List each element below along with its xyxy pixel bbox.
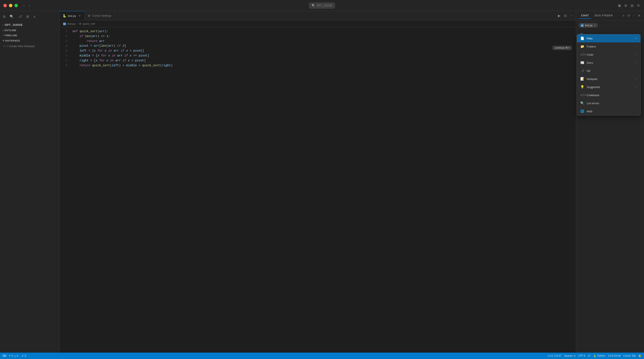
arrow-icon: → xyxy=(634,37,637,40)
remote-icon[interactable]: ⌨ xyxy=(2,354,6,357)
cursor-position[interactable]: Ln 8, Col 57 xyxy=(548,354,562,357)
python-version[interactable]: 3.9.6 64-bit xyxy=(608,354,620,357)
ctx-files[interactable]: 📄 Files → xyxy=(577,34,640,43)
errors-count: 0 xyxy=(12,354,13,357)
encoding-status[interactable]: UTF-8 xyxy=(578,354,585,357)
sidebar-item-notepads[interactable]: ∨ NOTEPADS xyxy=(0,38,60,43)
maximize-button[interactable] xyxy=(14,4,18,7)
ctx-lint-errors[interactable]: 🔍 Lint errors xyxy=(577,99,640,107)
source-control-icon: ⎇ xyxy=(21,354,24,357)
minimize-button[interactable] xyxy=(9,4,12,7)
settings-icon[interactable]: ⚙ xyxy=(636,3,640,8)
chevron-down-icon[interactable]: ∨ xyxy=(32,14,37,20)
history-icon[interactable]: ↺ xyxy=(626,13,631,19)
bell-icon: 🔔 xyxy=(638,354,642,357)
code-line-5: 5 left = [x for x in arr if x < pivot] xyxy=(60,48,576,53)
more-actions-icon[interactable]: ··· xyxy=(569,13,574,19)
title-search[interactable]: 🔍 GPT_JUDGE xyxy=(309,3,335,9)
search-icon: 🔍 xyxy=(312,4,315,7)
line-ending-status[interactable]: LF xyxy=(588,354,591,357)
ctx-web[interactable]: 🌐 Web xyxy=(577,107,640,115)
code-line-3: 3 return arr xyxy=(60,39,576,44)
ctx-codebase[interactable]: </> Codebase xyxy=(577,91,640,99)
cursor-tab-status[interactable]: Cursor Tab xyxy=(623,354,636,357)
bell-status[interactable]: 🔔 xyxy=(638,354,642,357)
add-chat-icon[interactable]: + xyxy=(622,13,625,19)
tab-bar: 🐍 test.py ✕ ⚙ Cursor Settings ▶ ⊟ ··· xyxy=(60,11,576,21)
search-icon[interactable]: 🔍 xyxy=(8,14,15,20)
status-left: ⌨ ✕ 0 △ 0 ⎇ 0 xyxy=(2,354,26,357)
ctx-suggested-label: Suggested xyxy=(587,86,600,89)
spaces-status[interactable]: Spaces: 4 xyxy=(564,354,576,357)
sidebar-item-outline[interactable]: › OUTLINE xyxy=(0,28,60,33)
ctx-code[interactable]: </> Code → xyxy=(577,51,640,59)
forward-button[interactable]: › xyxy=(28,3,31,8)
more-options-icon[interactable]: ··· xyxy=(632,13,636,19)
ctx-notepad[interactable]: 📝 Notepad → xyxy=(577,75,640,83)
arrow-icon: → xyxy=(634,45,637,48)
breadcrumb: py test.py › ⊕ quick_sort xyxy=(60,21,576,27)
context-dropdown: 📄 Files → 📁 Folders → </> Code → 📰 Docs … xyxy=(577,34,640,116)
notepad-icon: 📝 xyxy=(580,77,584,81)
ctx-web-label: Web xyxy=(587,110,592,113)
code-line-4: 4 pivot = arr[len(arr) // 2] xyxy=(60,44,576,48)
sidebar-item-timeline[interactable]: › TIMELINE xyxy=(0,33,60,38)
ctx-git-label: Git xyxy=(587,69,590,73)
ctx-files-label: Files xyxy=(587,37,592,40)
close-panel-icon[interactable]: ✕ xyxy=(637,13,642,19)
git-icon: ⎇ xyxy=(580,69,584,73)
title-bar: ‹ › 🔍 GPT_JUDGE ▣ ⊞ ▤ ⚙ xyxy=(0,0,644,11)
back-button[interactable]: ‹ xyxy=(22,3,26,8)
create-notepad-label: + Create New Notepad xyxy=(6,45,35,48)
title-bar-right: ▣ ⊞ ▤ ⚙ xyxy=(617,3,640,8)
code-icon: </> xyxy=(580,53,584,57)
cursor-position-text: Ln 8, Col 57 xyxy=(548,354,562,357)
close-button[interactable] xyxy=(4,4,7,7)
ctx-folders[interactable]: 📁 Folders → xyxy=(577,43,640,51)
panel-tabs: CHAT BUG FINDER + ↺ ··· ✕ xyxy=(576,11,644,21)
language-status[interactable]: 🐍 Python xyxy=(593,354,605,357)
chat-tab-label: CHAT xyxy=(581,14,589,17)
code-line-8: 8 return quick_sort(left) + middle + qui… xyxy=(60,63,576,68)
breadcrumb-file: test.py xyxy=(67,22,76,25)
plus-icon: + xyxy=(4,45,5,48)
arrow-icon: → xyxy=(634,61,637,64)
nav-buttons: ‹ › xyxy=(22,3,31,8)
ctx-docs[interactable]: 📰 Docs → xyxy=(577,59,640,67)
close-tab-button[interactable]: ✕ xyxy=(78,14,82,18)
extensions-icon[interactable]: ⊞ xyxy=(25,14,30,20)
spaces-text: Spaces: 4 xyxy=(564,354,576,357)
branch-icon[interactable]: ⎇ xyxy=(17,14,23,20)
source-control-status[interactable]: ⎇ 0 xyxy=(21,354,26,357)
python-file-icon: py xyxy=(63,22,66,25)
sidebar-item-gpt-judge[interactable]: › GPT_JUDGE xyxy=(0,22,60,28)
tab-test-py[interactable]: 🐍 test.py ✕ xyxy=(60,11,85,20)
run-icon[interactable]: ▶ xyxy=(557,13,562,19)
lint-icon: 🔍 xyxy=(580,101,584,105)
panel-toggle-icon[interactable]: ▤ xyxy=(630,3,634,8)
codebase-icon: </> xyxy=(580,93,584,97)
arrow-icon: → xyxy=(634,77,637,80)
ctx-suggested[interactable]: 💡 Suggested → xyxy=(577,83,640,91)
language-text: Python xyxy=(597,354,605,357)
sidebar: ⧉ 🔍 ⎇ ⊞ ∨ › GPT_JUDGE › OUTLINE › TIMELI… xyxy=(0,11,60,352)
tab-bug-finder[interactable]: BUG FINDER xyxy=(592,13,615,19)
tab-test-py-label: test.py xyxy=(68,14,76,18)
copy-icon[interactable]: ⧉ xyxy=(2,14,6,20)
sidebar-toggle-icon[interactable]: ▣ xyxy=(617,3,622,8)
chat-file-tag[interactable]: py test.py ✕ xyxy=(578,23,598,28)
layout-icon[interactable]: ⊞ xyxy=(624,3,628,8)
create-notepad-button[interactable]: + + Create New Notepad xyxy=(0,43,60,49)
remove-tag-icon[interactable]: ✕ xyxy=(594,24,596,27)
codebase-shortcut: codebase ⌘⏎ xyxy=(553,46,572,50)
ctx-git[interactable]: ⎇ Git xyxy=(577,67,640,75)
errors-status[interactable]: ✕ 0 △ 0 xyxy=(9,354,18,357)
code-editor[interactable]: 1 def quick_sort(arr): 2 if len(arr) <= … xyxy=(60,27,576,352)
chat-file-name: test.py xyxy=(585,24,592,27)
chevron-right-icon: › xyxy=(2,24,4,26)
settings-tab-icon: ⚙ xyxy=(88,14,90,18)
tab-cursor-settings[interactable]: ⚙ Cursor Settings xyxy=(85,11,114,20)
tab-chat[interactable]: CHAT xyxy=(578,13,592,19)
split-editor-icon[interactable]: ⊟ xyxy=(563,13,568,19)
sidebar-timeline-label: TIMELINE xyxy=(4,34,17,37)
